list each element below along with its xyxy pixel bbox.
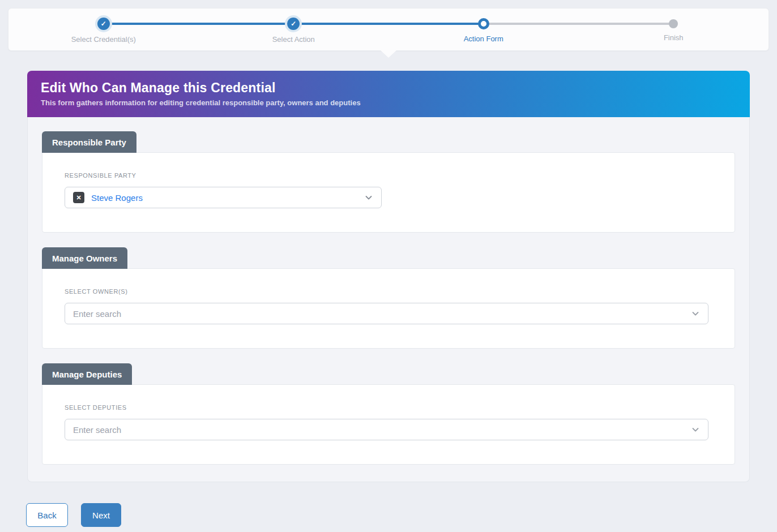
form-header: Edit Who Can Manage this Credential This… — [27, 71, 750, 117]
owners-search-select[interactable]: Enter search — [65, 303, 708, 324]
deputies-search-select[interactable]: Enter search — [65, 419, 708, 440]
step-select-credentials[interactable]: ✓ Select Credential(s) — [8, 8, 199, 50]
wizard-actions: Back Next — [26, 503, 777, 527]
page-title: Edit Who Can Manage this Credential — [41, 80, 736, 96]
step-label: Finish — [664, 33, 684, 42]
check-icon: ✓ — [287, 18, 300, 30]
stepper-caret — [381, 50, 396, 58]
stepper: ✓ Select Credential(s) ✓ Select Action A… — [8, 8, 769, 51]
page-subtitle: This form gathers information for editin… — [41, 98, 736, 107]
chevron-down-icon[interactable] — [691, 309, 700, 318]
deputies-search-placeholder: Enter search — [73, 425, 121, 435]
step-action-form[interactable]: Action Form — [388, 8, 579, 50]
chevron-down-icon[interactable] — [364, 193, 373, 202]
section-tab-manage-owners: Manage Owners — [42, 247, 127, 269]
form-body: Responsible Party RESPONSIBLE PARTY ✕ St… — [27, 117, 750, 482]
selected-responsible-party: Steve Rogers — [91, 193, 143, 203]
section-manage-deputies: Manage Deputies SELECT DEPUTIES Enter se… — [42, 363, 735, 465]
chevron-down-icon[interactable] — [691, 425, 700, 434]
step-label: Select Action — [272, 35, 315, 44]
section-card: RESPONSIBLE PARTY ✕ Steve Rogers — [42, 152, 735, 233]
responsible-party-select[interactable]: ✕ Steve Rogers — [65, 187, 382, 208]
step-finish: Finish — [579, 8, 769, 50]
check-icon: ✓ — [97, 18, 110, 30]
x-remove-icon[interactable]: ✕ — [73, 192, 84, 203]
section-card: SELECT OWNER(S) Enter search — [42, 268, 735, 349]
section-card: SELECT DEPUTIES Enter search — [42, 384, 735, 465]
active-step-icon — [478, 18, 489, 29]
field-label-select-owners: SELECT OWNER(S) — [65, 288, 708, 295]
back-button[interactable]: Back — [26, 503, 68, 527]
section-tab-responsible-party: Responsible Party — [42, 131, 136, 153]
action-form-panel: Edit Who Can Manage this Credential This… — [27, 71, 750, 482]
step-select-action[interactable]: ✓ Select Action — [199, 8, 389, 50]
step-label: Action Form — [464, 35, 503, 43]
section-responsible-party: Responsible Party RESPONSIBLE PARTY ✕ St… — [42, 131, 735, 233]
upcoming-step-icon — [669, 19, 678, 28]
field-label-responsible-party: RESPONSIBLE PARTY — [65, 172, 708, 179]
next-button[interactable]: Next — [81, 503, 121, 527]
field-label-select-deputies: SELECT DEPUTIES — [65, 404, 708, 411]
section-tab-manage-deputies: Manage Deputies — [42, 363, 132, 385]
step-label: Select Credential(s) — [71, 35, 136, 44]
section-manage-owners: Manage Owners SELECT OWNER(S) Enter sear… — [42, 247, 735, 349]
owners-search-placeholder: Enter search — [73, 309, 121, 319]
